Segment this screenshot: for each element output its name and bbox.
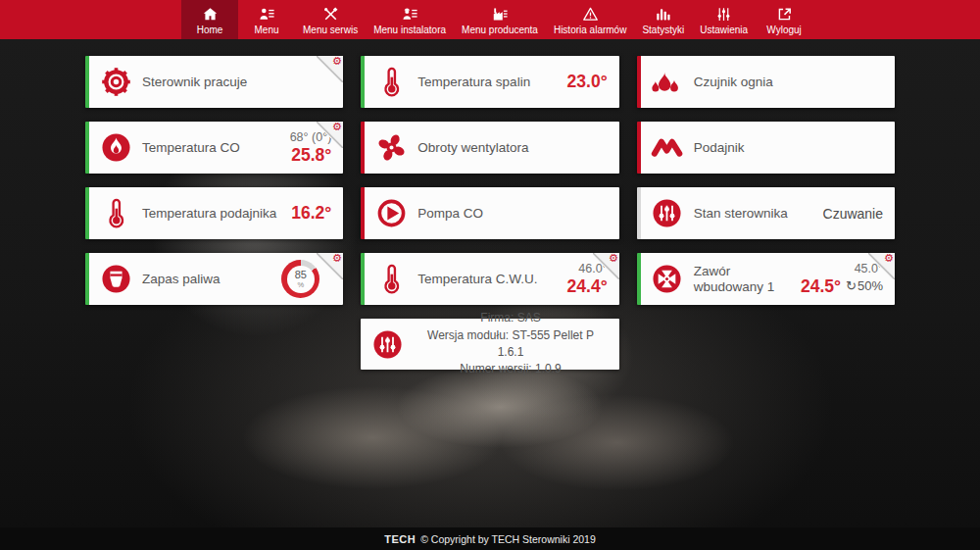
auger-icon [650,131,685,164]
flame-icon [650,66,685,98]
card-values: 16.2° [291,203,331,223]
info-company: Firma: SAS [414,310,607,326]
corner-fold[interactable]: ⚙ [868,253,895,279]
card-label: Temperatura spalin [417,75,559,90]
sliders-circle-icon [650,197,685,229]
gear-badge-icon: ⚙ [883,253,895,266]
card-stan-sterownika[interactable]: Stan sterownikaCzuwanie [637,187,895,239]
main-background: Firma: SAS Wersja modułu: ST-555 Pellet … [0,39,980,550]
producent-icon [492,5,509,23]
nav-item-statystyki[interactable]: Statystyki [634,0,692,39]
top-nav: HomeMenuMenu serwisMenu instalatoraMenu … [0,0,980,39]
nav-item-ustawienia[interactable]: Ustawienia [692,0,756,39]
valve-circle-icon [650,263,685,295]
serwis-icon [322,5,339,23]
rotate-icon: ↻ [846,278,857,293]
gear-badge-icon: ⚙ [331,56,343,69]
nav-items: HomeMenuMenu serwisMenu instalatoraMenu … [181,0,812,39]
card-label: Temperatura C.W.U. [417,272,559,287]
card-czujnik-ognia[interactable]: Czujnik ognia [637,56,895,108]
nav-item-home[interactable]: Home [181,0,238,39]
nav-item-menu-producenta[interactable]: Menu producenta [454,0,546,39]
flame-circle-icon [98,131,133,164]
card-zaw-r-wbudowany-1[interactable]: Zawór wbudowany 145.0°24.5°↻50%⚙ [637,253,895,305]
nav-item-menu-instalatora[interactable]: Menu instalatora [366,0,454,39]
card-pompa-co[interactable]: Pompa CO [361,187,618,239]
fuel-percent: 85 [295,270,307,280]
status-text: Czuwanie [823,206,883,222]
footer: TECH © Copyright by TECH Sterowniki 2019 [0,527,980,550]
copyright-text: © Copyright by TECH Sterowniki 2019 [420,533,596,545]
nav-item-menu-serwis[interactable]: Menu serwis [295,0,366,39]
gear-badge-icon: ⚙ [331,253,343,266]
card-values: 23.0° [567,72,608,91]
nav-item-wyloguj[interactable]: Wyloguj [756,0,812,39]
valve-opening-value: ↻50% [846,278,883,293]
card-label: Obroty wentylatora [417,140,607,156]
info-module-version: Wersja modułu: ST-555 Pellet P 1.6.1 [414,327,607,362]
card-temperatura-co[interactable]: Temperatura CO68° (0°)25.8°⚙ [85,122,343,174]
fan-icon [373,131,409,164]
cards-grid: Firma: SAS Wersja modułu: ST-555 Pellet … [85,56,895,370]
sliders-circle-icon [369,328,405,361]
card-label: Pompa CO [417,206,607,222]
instalator-icon [402,5,418,23]
corner-fold[interactable]: ⚙ [317,56,343,82]
card-temperatura-spalin[interactable]: Temperatura spalin23.0° [361,56,618,108]
corner-fold[interactable]: ⚙ [593,253,619,279]
stats-icon [655,5,671,23]
tech-logo: TECH [384,533,416,545]
current-value: 24.5° [801,276,841,296]
card-label: Sterownik pracuje [142,75,331,90]
card-obroty-wentylatora[interactable]: Obroty wentylatora [361,122,618,174]
card-zapas-paliwa[interactable]: Zapas paliwa85%⚙ [85,253,343,305]
card-label: Podajnik [694,140,883,156]
thermo-icon [98,197,133,229]
fuel-gauge: 85% [281,260,319,298]
nav-item-historia-alarm-w[interactable]: Historia alarmów [546,0,634,39]
pump-icon [373,197,409,229]
current-value: 16.2° [291,203,331,223]
info-version-number: Numer wersji: 1.0.9 [414,361,607,377]
gear-badge-icon: ⚙ [607,253,618,266]
card-sterownik-pracuje[interactable]: Sterownik pracuje⚙ [85,56,343,108]
module-info-lines: Firma: SAS Wersja modułu: ST-555 Pellet … [414,310,607,378]
corner-fold[interactable]: ⚙ [317,253,343,279]
card-label: Temperatura podajnika [142,206,283,222]
sliders-icon [715,5,732,23]
hopper-circle-icon [98,263,133,295]
corner-fold[interactable]: ⚙ [317,122,343,148]
module-info-card: Firma: SAS Wersja modułu: ST-555 Pellet … [361,319,618,370]
card-label: Czujnik ognia [694,75,883,90]
card-temperatura-podajnika[interactable]: Temperatura podajnika16.2° [85,187,343,239]
card-values: Czuwanie [823,206,883,222]
logout-icon [776,5,793,23]
card-label: Temperatura CO [142,140,282,156]
gear-icon [98,66,133,98]
card-label: Stan sterownika [694,206,815,222]
thermo-icon [373,263,409,295]
card-podajnik[interactable]: Podajnik [637,122,895,174]
home-icon [202,5,219,23]
nav-item-menu[interactable]: Menu [238,0,295,39]
card-label: Zapas paliwa [142,272,281,287]
current-value: 23.0° [567,72,608,91]
menu-icon [259,5,275,23]
card-temperatura-c-w-u[interactable]: Temperatura C.W.U.46.0°24.4°⚙ [361,253,618,305]
thermo-icon [373,66,409,98]
gear-badge-icon: ⚙ [331,122,343,134]
alarm-icon [582,5,599,23]
card-label: Zawór wbudowany 1 [694,264,793,294]
